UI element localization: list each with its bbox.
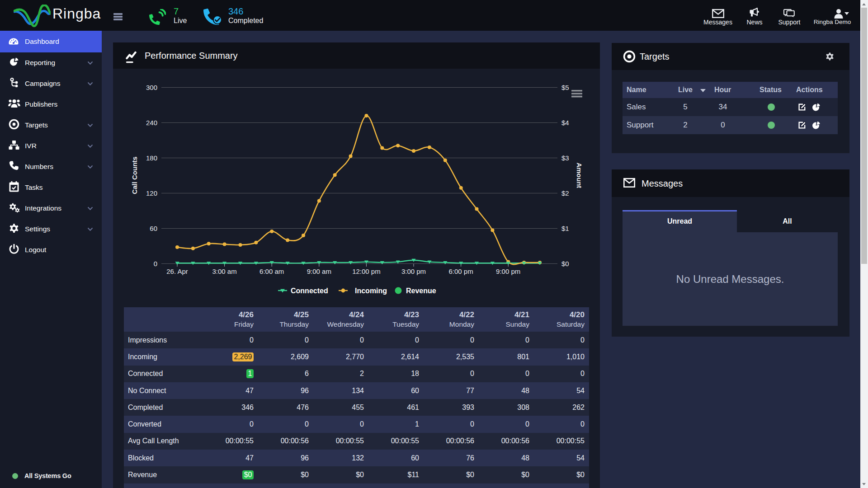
svg-text:0: 0 — [154, 260, 157, 267]
svg-text:Call Counts: Call Counts — [131, 156, 138, 194]
svg-text:60: 60 — [150, 225, 157, 232]
svg-text:180: 180 — [146, 154, 157, 162]
svg-text:$0: $0 — [561, 260, 569, 267]
svg-text:240: 240 — [146, 119, 157, 127]
svg-text:$5: $5 — [561, 84, 569, 91]
svg-text:3:00 pm: 3:00 pm — [401, 267, 426, 275]
svg-text:3:00 am: 3:00 am — [212, 267, 236, 275]
svg-text:$4: $4 — [561, 119, 569, 127]
svg-text:9:00 am: 9:00 am — [307, 267, 331, 275]
svg-text:9:00 pm: 9:00 pm — [496, 267, 520, 275]
svg-text:300: 300 — [146, 84, 157, 91]
svg-text:26. Apr: 26. Apr — [166, 267, 188, 275]
svg-text:$1: $1 — [561, 225, 569, 232]
svg-text:12:00 pm: 12:00 pm — [352, 267, 381, 275]
svg-text:$2: $2 — [561, 189, 569, 197]
svg-text:$3: $3 — [561, 154, 569, 162]
svg-text:6:00 am: 6:00 am — [259, 267, 284, 275]
svg-text:Incoming: Incoming — [355, 287, 387, 295]
svg-text:Connected: Connected — [291, 287, 328, 295]
svg-text:Amount: Amount — [576, 163, 583, 188]
svg-text:120: 120 — [146, 189, 157, 197]
svg-text:6:00 pm: 6:00 pm — [448, 267, 473, 275]
svg-text:Revenue: Revenue — [406, 287, 436, 295]
